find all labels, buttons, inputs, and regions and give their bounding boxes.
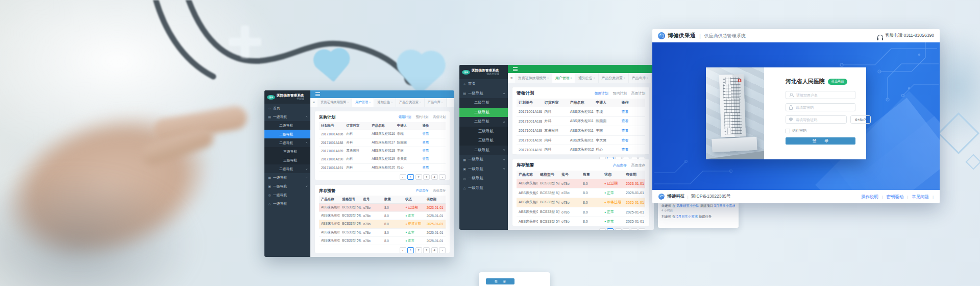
captcha-input[interactable] [795,117,843,122]
table-row[interactable]: 20171001A186 内科 ABS床头柜0116 李现 查看 [517,107,645,117]
plan-link[interactable]: 高值计划 [631,91,645,96]
tab-close-icon[interactable]: ○ [420,101,421,104]
tab-close-icon[interactable]: ○ [442,101,443,104]
stock-link[interactable]: 高值库存 [433,188,446,193]
tab[interactable]: 用户管理 ○ [352,98,374,107]
view-link[interactable]: 查看 [622,138,629,142]
sidebar-item[interactable]: 二级导航 ∨ [264,164,310,173]
tab-close-icon[interactable]: ○ [347,101,349,104]
sidebar-item[interactable]: ⌂ 首页 [264,104,310,112]
plan-link[interactable]: 高值计划 [433,115,446,120]
sidebar-item[interactable]: ▦ 一级导航 ∨ [264,173,310,182]
page-button[interactable]: 1 [407,174,414,180]
sidebar-item[interactable]: ◎ 一级导航 [264,190,310,199]
stock-link[interactable]: 产品库存 [613,163,627,168]
sidebar-item[interactable]: 二级导航 ∧ [459,117,508,127]
table-row[interactable]: ABS床头柜0119 BCS33型 5孔 右 o78o 8.0 ●正常 2025… [517,207,645,217]
sidebar-item[interactable]: ▤ 一级导航 ∧ [459,89,508,99]
table-row[interactable]: 20171001A188 外科 ABS床头柜0117 陈圆圆 查看 [517,116,645,126]
sidebar-item[interactable]: 二级导航 ∨ [459,146,508,155]
tab[interactable]: 用户管理 ○ [552,73,575,83]
footer-link[interactable]: 常见问题 [912,194,929,200]
prev-page-button[interactable]: ‹ [400,247,406,253]
tab-close-icon[interactable]: ○ [570,77,572,79]
menu-toggle-icon[interactable] [513,67,518,71]
table-row[interactable]: 20171001A189 耳鼻喉科 ABS床头柜0118 王丽 查看 [319,147,446,155]
stock-link[interactable]: 产品库存 [416,188,429,193]
tab-close-icon[interactable]: ○ [647,77,648,79]
page-button[interactable]: 2 [415,174,422,180]
collapse-tabs-icon[interactable]: « [310,98,317,107]
sidebar-item[interactable]: 三级导航 [459,127,508,136]
menu-toggle-icon[interactable] [315,92,320,96]
sidebar-item[interactable]: 二级导航 [459,108,508,117]
login-button[interactable]: 登 录 [786,137,855,145]
next-page-button[interactable]: › [439,174,446,180]
view-link[interactable]: 查看 [422,157,429,160]
sidebar-item[interactable]: ▤ 一级导航 ∧ [264,112,310,121]
remember-password[interactable]: 记住密码 [786,128,855,133]
page-button[interactable]: 4 [431,174,438,180]
tab-close-icon[interactable]: ○ [391,101,393,104]
table-row[interactable]: ABS床头柜0116 BCS33型 5孔 右 o78o 8.0 ●已过期 202… [319,203,446,211]
sidebar-item[interactable]: ▣ 一级导航 ∨ [264,182,310,190]
page-button[interactable]: 2 [415,247,422,253]
tab[interactable]: 通知公告 ○ [374,98,396,107]
remember-checkbox[interactable] [786,129,790,133]
view-link[interactable]: 查看 [422,165,429,169]
prev-page-button[interactable]: ‹ [400,174,406,180]
sidebar-item[interactable]: ▦ 一级导航 ∨ [459,155,508,164]
page-button[interactable]: 4 [431,247,438,253]
tab[interactable]: 产品出库 ○ [425,98,447,107]
page-button[interactable]: 3 [423,174,430,180]
table-row[interactable]: 20171001A191 内科 ABS床头柜0120 程心 查看 [319,163,446,172]
footer-link[interactable]: 操作说明 [861,194,878,200]
table-row[interactable]: ABS床头柜0120 BCS33型 5孔 右 o78o 8.0 ●正常 2025… [517,217,645,226]
sidebar-item[interactable]: △ 一级导航 [264,199,310,208]
tab[interactable]: 产品分类设置 ○ [396,98,425,107]
fragment-login-button[interactable]: 登 录 [486,278,514,284]
next-page-button[interactable]: › [639,228,645,230]
tab[interactable]: 产品分类设置 ○ [599,73,629,83]
next-page-button[interactable]: › [439,247,446,253]
table-row[interactable]: ABS床头柜0119 BCS33型 5孔 右 o78o 8.0 ●正常 2025… [319,228,446,236]
plan-link[interactable]: 预约计划 [416,115,429,120]
page-button[interactable]: 2 [615,228,622,230]
plan-link[interactable]: 领用计划 [594,91,608,96]
table-row[interactable]: ABS床头柜0117 BCS33型 5孔 右 o78o 8.0 ●正常 2025… [319,211,446,220]
tab-close-icon[interactable]: ○ [369,101,371,104]
view-link[interactable]: 查看 [422,149,429,152]
username-input[interactable] [795,93,852,98]
select-product-badge[interactable]: 请选商品 [828,79,847,85]
view-link[interactable]: 查看 [622,119,629,123]
table-row[interactable]: ABS床头柜0120 BCS33型 5孔 右 o78o 8.0 ●正常 2025… [319,237,446,245]
sidebar-item[interactable]: △ 一级导航 [459,183,508,193]
view-link[interactable]: 查看 [422,132,429,135]
table-row[interactable]: ABS床头柜0118 BCS33型 5孔 右 o78o 8.0 ●即将过期 20… [319,220,446,228]
sidebar-item[interactable]: 二级导航 [264,121,310,130]
password-input[interactable] [795,105,852,110]
tab-close-icon[interactable]: ○ [624,77,625,79]
tab[interactable]: 通知公告 ○ [575,73,598,83]
view-link[interactable]: 查看 [422,140,429,144]
table-row[interactable]: 20171001A188 外科 ABS床头柜0117 陈圆圆 查看 [319,138,446,147]
view-link[interactable]: 查看 [622,110,629,113]
sidebar-item[interactable]: ▣ 一级导航 ∨ [459,164,508,174]
table-row[interactable]: 20171001A190 内科 ABS床头柜0119 李天翼 查看 [517,135,645,145]
table-row[interactable]: 20171001A190 内科 ABS床头柜0119 李天翼 查看 [319,155,446,163]
tab[interactable]: 资质证件效期预警 ○ [515,73,552,83]
sidebar-item[interactable]: 二级导航 [459,98,508,108]
sidebar-item[interactable]: ◎ 一级导航 [459,174,508,183]
sidebar-item[interactable]: 二级导航 [264,130,310,138]
tab[interactable]: 资质证件效期预警 ○ [317,98,352,107]
sidebar-item[interactable]: 二级导航 ∧ [264,138,310,147]
table-row[interactable]: ABS床头柜0118 BCS33型 5孔 右 o78o 8.0 ●即将过期 20… [517,198,645,207]
table-row[interactable]: 20171001A186 内科 ABS床头柜0116 李现 查看 [319,130,446,138]
table-row[interactable]: 20171001A191 内科 ABS床头柜0120 程心 查看 [517,145,645,155]
view-link[interactable]: 查看 [622,148,629,151]
sidebar-item[interactable]: 三级导航 [459,136,508,146]
plan-link[interactable]: 预约计划 [613,91,627,96]
sidebar-item[interactable]: 三级导航 [264,147,310,156]
page-button[interactable]: 3 [423,247,430,253]
table-row[interactable]: ABS床头柜0117 BCS33型 5孔 右 o78o 8.0 ●正常 2025… [517,188,645,198]
